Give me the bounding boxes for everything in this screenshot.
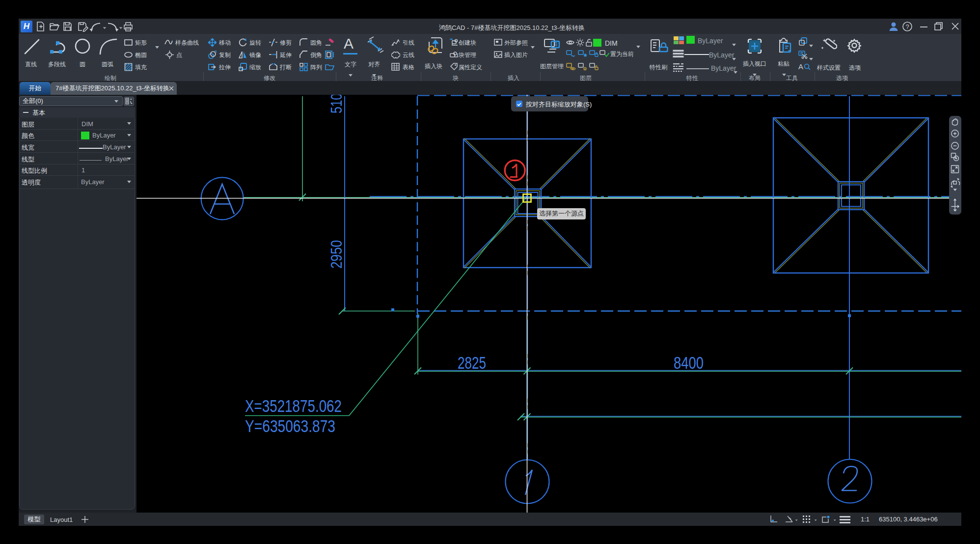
svg-text:Y=635063.873: Y=635063.873 — [245, 416, 335, 435]
svg-text:2825: 2825 — [458, 353, 486, 372]
svg-text:X=3521875.062: X=3521875.062 — [245, 396, 342, 415]
svg-text:2950: 2950 — [328, 240, 345, 269]
svg-text:?: ? — [905, 23, 909, 30]
svg-text:A: A — [397, 38, 400, 43]
svg-text:8400: 8400 — [674, 353, 704, 372]
svg-text:510: 510 — [328, 95, 345, 113]
